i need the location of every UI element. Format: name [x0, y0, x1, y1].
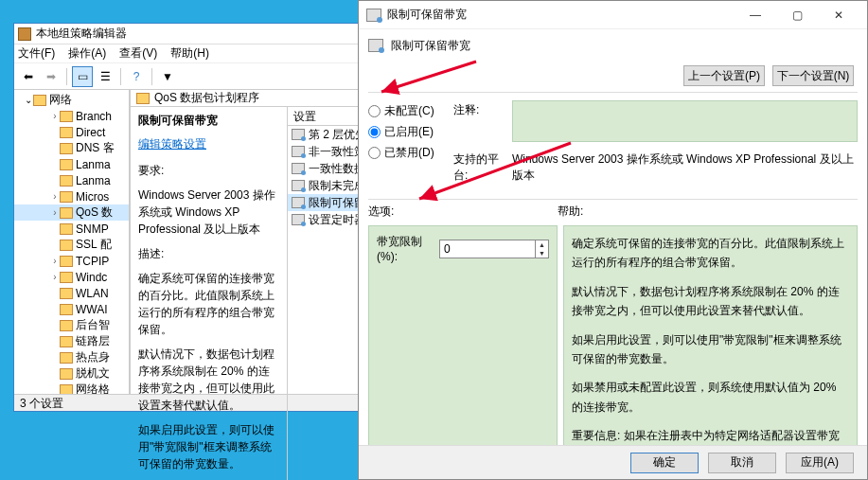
tree-item[interactable]: 链路层	[14, 333, 129, 349]
tree-root[interactable]: ⌄网络	[14, 92, 129, 108]
tree-item-label: Direct	[76, 126, 105, 139]
tree-item-label: WWAI	[76, 303, 108, 316]
comment-box[interactable]	[512, 100, 858, 142]
help-p3: 如果启用此设置，则可以使用"带宽限制"框来调整系统可保留的带宽数量。	[572, 330, 849, 369]
folder-icon	[60, 288, 73, 299]
menu-action[interactable]: 操作(A)	[68, 45, 106, 62]
minimize-icon[interactable]: —	[735, 2, 776, 28]
tree-item[interactable]: 脱机文	[14, 365, 129, 382]
setting-label: 限制可保留	[309, 195, 365, 211]
radio-notconfigured[interactable]: 未配置(C)	[368, 100, 453, 121]
tree-item-qos[interactable]: ›QoS 数	[14, 204, 129, 221]
folder-icon	[60, 127, 73, 138]
close-icon[interactable]: ✕	[818, 2, 859, 28]
req-text: Windows Server 2003 操作系统或 Windows XP Pro…	[138, 187, 279, 238]
folder-icon	[60, 143, 73, 154]
chevron-right-icon[interactable]: ›	[50, 191, 60, 202]
tree-item[interactable]: 热点身	[14, 349, 129, 365]
next-setting-button[interactable]: 下一个设置(N)	[772, 65, 854, 86]
tree-item[interactable]: SNMP	[14, 221, 129, 237]
comment-label: 注释:	[453, 100, 512, 142]
detail-panel: QoS 数据包计划程序 限制可保留带宽 编辑策略设置 要求: Windows S…	[130, 90, 381, 394]
tb-filter-icon[interactable]: ▼	[157, 66, 178, 87]
setting-label: 设置定时器	[309, 212, 365, 228]
prev-setting-button[interactable]: 上一个设置(P)	[683, 65, 765, 86]
tree-panel[interactable]: ⌄网络 ›Branch Direct DNS 客 Lanma Lanma ›Mi…	[14, 90, 130, 394]
gpedit-icon	[18, 27, 31, 41]
menu-help[interactable]: 帮助(H)	[170, 45, 209, 62]
maximize-icon[interactable]: ▢	[776, 2, 818, 28]
tree-item-label: TCPIP	[76, 255, 109, 268]
gpedit-titlebar[interactable]: 本地组策略编辑器	[14, 24, 381, 44]
tree-item-label: SSL 配	[76, 237, 112, 253]
tree-item[interactable]: ›Micros	[14, 188, 129, 204]
options-pane: 带宽限制 (%): ▲▼	[368, 225, 558, 473]
tree-item[interactable]: WWAI	[14, 301, 129, 317]
dialog-titlebar[interactable]: 限制可保留带宽 — ▢ ✕	[359, 1, 867, 29]
bandwidth-spinner[interactable]: ▲▼	[439, 240, 549, 258]
radio-label: 已禁用(D)	[384, 145, 434, 161]
tree-item-label: QoS 数	[76, 204, 113, 221]
radio-input[interactable]	[368, 126, 381, 138]
tree-item[interactable]: Lanma	[14, 156, 129, 172]
menu-view[interactable]: 查看(V)	[119, 45, 157, 62]
folder-icon	[60, 159, 73, 170]
tree-item-label: Lanma	[76, 158, 111, 171]
folder-icon	[60, 320, 73, 331]
folder-icon	[136, 93, 150, 104]
chevron-down-icon[interactable]: ⌄	[24, 95, 33, 105]
policy-title: 限制可保留带宽	[138, 113, 279, 129]
chevron-right-icon[interactable]: ›	[50, 256, 60, 266]
options-label: 选项:	[368, 204, 558, 220]
tree-item-label: 后台智	[76, 317, 110, 333]
tree-item[interactable]: 网络格	[14, 382, 129, 394]
tree-item[interactable]: Direct	[14, 124, 129, 140]
radio-enabled[interactable]: 已启用(E)	[368, 121, 453, 142]
tree-item[interactable]: ›Branch	[14, 108, 129, 124]
tb-list-icon[interactable]: ☰	[95, 66, 115, 87]
folder-icon	[33, 95, 46, 106]
tree-item[interactable]: DNS 客	[14, 140, 129, 156]
folder-icon	[60, 336, 73, 347]
gpedit-menubar: 文件(F) 操作(A) 查看(V) 帮助(H)	[14, 44, 381, 63]
ok-button[interactable]: 确定	[630, 453, 699, 473]
tree-item-label: 热点身	[76, 349, 110, 365]
cancel-button[interactable]: 取消	[708, 453, 776, 473]
tb-fwd-icon[interactable]: ➡	[41, 66, 62, 87]
policy-icon	[292, 214, 305, 225]
tree-item[interactable]: 后台智	[14, 317, 129, 333]
bandwidth-input[interactable]	[440, 240, 535, 258]
radio-input[interactable]	[368, 105, 381, 117]
radio-disabled[interactable]: 已禁用(D)	[368, 142, 453, 163]
edit-policy-link[interactable]: 编辑策略设置	[138, 136, 206, 152]
folder-icon	[60, 304, 73, 315]
divider	[368, 199, 858, 200]
spinner-up-icon[interactable]: ▲	[536, 240, 548, 249]
spinner-down-icon[interactable]: ▼	[536, 249, 548, 258]
tb-back-icon[interactable]: ⬅	[18, 66, 39, 87]
folder-icon	[60, 368, 73, 380]
tree-item-label: Windc	[76, 271, 107, 284]
chevron-right-icon[interactable]: ›	[50, 207, 60, 218]
tree-item[interactable]: ›TCPIP	[14, 253, 129, 269]
apply-button[interactable]: 应用(A)	[786, 453, 854, 473]
policy-icon	[292, 146, 305, 157]
tree-item[interactable]: ›Windc	[14, 269, 129, 285]
gpedit-window: 本地组策略编辑器 文件(F) 操作(A) 查看(V) 帮助(H) ⬅ ➡ ▭ ☰…	[13, 23, 382, 412]
chevron-right-icon[interactable]: ›	[50, 111, 60, 121]
tree-item-label: 链路层	[76, 333, 110, 349]
toolbar-separator	[120, 68, 121, 85]
req-label: 要求:	[138, 162, 279, 179]
tree-item[interactable]: SSL 配	[14, 237, 129, 253]
tree-item[interactable]: Lanma	[14, 172, 129, 188]
tree-item[interactable]: WLAN	[14, 285, 129, 301]
menu-file[interactable]: 文件(F)	[18, 45, 55, 62]
radio-input[interactable]	[368, 147, 381, 159]
help-p2: 默认情况下，数据包计划程序将系统限制在 20% 的连接带宽之内，但可以使用此设置…	[572, 282, 849, 321]
folder-icon	[60, 175, 73, 187]
chevron-right-icon[interactable]: ›	[50, 272, 60, 282]
policy-dialog: 限制可保留带宽 — ▢ ✕ 限制可保留带宽 上一个设置(P) 下一个设置(N) …	[358, 0, 868, 480]
tb-detail-icon[interactable]: ▭	[72, 66, 93, 87]
tb-help-icon[interactable]: ?	[126, 66, 147, 87]
tree-item-label: Branch	[76, 110, 112, 123]
